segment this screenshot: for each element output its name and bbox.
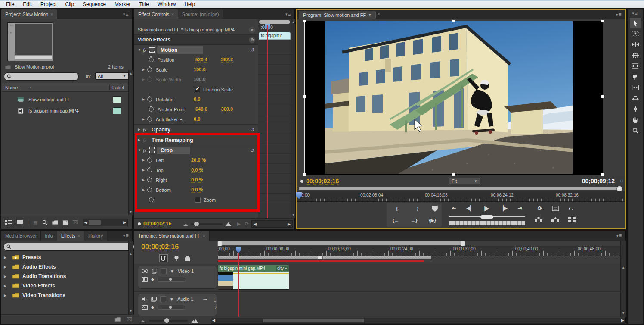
menu-clip[interactable]: Clip	[61, 1, 78, 7]
effect-row-time-remapping[interactable]: ▶fx Time Remapping	[134, 134, 258, 145]
close-icon[interactable]: ×	[50, 12, 53, 17]
tool-ripple-edit[interactable]	[630, 39, 641, 50]
step-back-button[interactable]: ◀▏	[465, 205, 476, 211]
scroll-up-icon[interactable]: ▲	[291, 20, 295, 24]
scroll-down-icon[interactable]: ▼	[129, 309, 133, 313]
export-frame-button[interactable]	[568, 217, 576, 222]
find-icon[interactable]	[42, 220, 47, 225]
go-to-next-marker-button[interactable]: ⇥	[515, 205, 525, 211]
scroll-down-icon[interactable]: ▼	[129, 210, 133, 214]
param-value[interactable]: 100.0	[194, 67, 206, 72]
reset-icon[interactable]: ↺	[250, 47, 254, 53]
lock-toggle-box[interactable]	[161, 268, 167, 274]
panel-menu-icon[interactable]: ▾≣	[613, 10, 625, 19]
panel-menu-icon[interactable]: ▾≣	[282, 9, 294, 19]
speaker-icon[interactable]	[142, 297, 148, 302]
timeline-clip[interactable]: fs bigspin mini gap.MP4 city▼	[218, 265, 289, 290]
stopwatch-icon[interactable]	[147, 188, 152, 192]
selection-handle[interactable]	[303, 173, 306, 176]
reset-icon[interactable]: ↺	[250, 147, 254, 153]
label-column-header[interactable]: Label	[109, 85, 124, 90]
mark-in-button[interactable]: {	[390, 206, 403, 211]
param-value[interactable]: 20.0 %	[191, 157, 206, 163]
param-value[interactable]: 362.2	[221, 57, 233, 62]
loop-button[interactable]: ⟳	[535, 205, 545, 212]
new-bin-icon[interactable]	[52, 220, 58, 225]
eye-icon[interactable]	[142, 269, 148, 273]
scroll-up-icon[interactable]: ▲	[621, 266, 626, 269]
expand-icon[interactable]: ▶	[4, 294, 9, 297]
stopwatch-icon[interactable]	[149, 197, 154, 202]
show-hide-timeline-icon[interactable]: »	[249, 27, 255, 33]
selection-handle[interactable]	[601, 20, 604, 22]
expand-icon[interactable]: ▶	[138, 138, 143, 142]
param-value[interactable]: 0.0	[194, 116, 200, 122]
expand-icon[interactable]: ▶	[4, 256, 9, 259]
close-icon[interactable]: ×	[77, 234, 80, 238]
play-button[interactable]: ▶	[482, 205, 492, 212]
param-value[interactable]: 0.0 %	[191, 167, 203, 173]
menu-window[interactable]: Window	[153, 1, 180, 7]
param-row-crop-left[interactable]: ▶ Left 20.0 %	[134, 155, 258, 165]
selection-handle[interactable]	[452, 20, 455, 22]
label-chip[interactable]	[113, 96, 121, 103]
param-row-crop-bottom[interactable]: ▶ Bottom 0.0 %	[134, 185, 258, 195]
reset-icon[interactable]: ↺	[250, 127, 254, 133]
close-icon[interactable]: ×	[378, 12, 380, 19]
selection-handle[interactable]	[601, 95, 604, 98]
expand-icon[interactable]: ▶	[142, 168, 147, 172]
trash-icon[interactable]: ⌧	[72, 219, 78, 225]
selection-handle[interactable]	[452, 173, 455, 176]
chevron-down-icon[interactable]: ▼	[368, 13, 372, 17]
marker-button[interactable]	[432, 206, 438, 212]
stopwatch-icon[interactable]	[147, 158, 152, 162]
clip-title-bar[interactable]: fs bigspin mini gap.MP4 city▼	[218, 265, 289, 272]
stopwatch-icon[interactable]	[149, 57, 154, 62]
panel-menu-icon[interactable]: ▾≣	[613, 231, 625, 241]
collapse-icon[interactable]: ▼	[138, 48, 143, 52]
sync-lock-icon[interactable]	[151, 297, 157, 302]
tab-program[interactable]: Program: Slow motion and FF ▼	[299, 11, 376, 19]
expand-icon[interactable]: ▶	[142, 158, 147, 162]
scroll-up-icon[interactable]: ▲	[129, 72, 133, 75]
effect-row-opacity[interactable]: ▶fx Opacity ↺	[134, 124, 258, 134]
work-area-bar[interactable]	[218, 256, 431, 259]
tab-effects[interactable]: Effects×	[57, 231, 84, 241]
folder-video-transitions[interactable]: ▶ Video Transitions	[1, 291, 128, 300]
crop-zoom-checkbox[interactable]	[195, 197, 201, 203]
ec-clip-chip[interactable]: fs bigspin r	[259, 32, 291, 40]
scroll-down-icon[interactable]: ▼	[291, 213, 295, 217]
timeline-viewing-bar[interactable]	[218, 241, 465, 245]
scroll-right-icon[interactable]: ▶	[288, 222, 291, 226]
set-display-style-icon[interactable]	[142, 305, 148, 310]
stopwatch-icon[interactable]	[147, 117, 152, 122]
param-value[interactable]: 0.0 %	[191, 187, 203, 193]
program-ruler[interactable]: 00;00 00;02;08;04 00;04;16;08 00;06;24;1…	[297, 191, 625, 202]
clip-effect-badge[interactable]: city▼	[276, 266, 289, 271]
scroll-left-icon[interactable]: ◀	[212, 318, 215, 322]
menu-marker[interactable]: Marker	[110, 1, 135, 7]
tab-timeline[interactable]: Timeline: Slow motion and FF×	[134, 231, 210, 241]
table-row[interactable]: fs bigspin mini gap.MP4	[2, 105, 128, 116]
name-column-header[interactable]: Name	[2, 85, 18, 90]
menu-file[interactable]: File	[2, 1, 19, 7]
folder-audio-transitions[interactable]: ▶ Audio Transitions	[1, 272, 128, 281]
close-icon[interactable]: ×	[171, 12, 174, 17]
menu-sequence[interactable]: Sequence	[78, 1, 110, 7]
tab-info[interactable]: Info	[41, 231, 57, 241]
stopwatch-icon[interactable]	[147, 178, 152, 182]
close-icon[interactable]: ×	[203, 234, 205, 238]
param-value[interactable]: 0.0 %	[191, 177, 203, 183]
tool-pen[interactable]	[630, 104, 641, 114]
expand-icon[interactable]: ▶	[4, 265, 9, 269]
tool-razor[interactable]	[630, 72, 641, 82]
timeline-zoom-slider[interactable]	[149, 320, 188, 322]
timeline-vscrollbar[interactable]: ▲ ▼	[620, 241, 626, 317]
param-row-crop-right[interactable]: ▶ Right 0.0 %	[134, 175, 258, 185]
panel-menu-icon[interactable]: ▾≣	[628, 9, 643, 17]
param-row-rotation[interactable]: ▶ Rotation 0.0	[134, 94, 258, 104]
param-row-anchor[interactable]: Anchor Point 640.0 360.0	[134, 104, 258, 114]
snap-icon[interactable]	[159, 254, 168, 262]
param-row-crop-top[interactable]: ▶ Top 0.0 %	[134, 165, 258, 175]
folder-presets[interactable]: ▶ ★ Presets	[1, 253, 128, 262]
